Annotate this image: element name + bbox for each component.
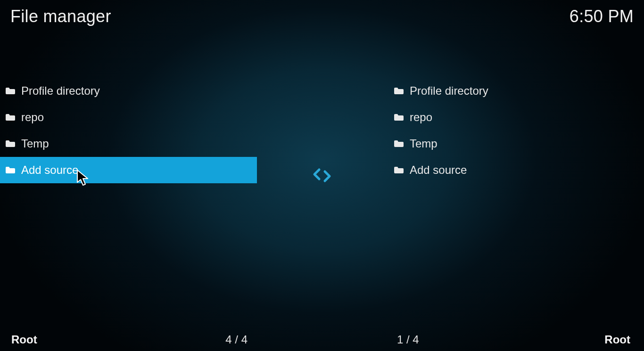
list-item[interactable]: Profile directory xyxy=(387,78,644,104)
list-item-add-source[interactable]: Add source xyxy=(0,157,257,183)
header-bar: File manager 6:50 PM xyxy=(0,7,644,26)
list-item-add-source[interactable]: Add source xyxy=(387,157,644,183)
left-location: Root xyxy=(11,333,37,346)
right-location: Root xyxy=(604,333,630,346)
folder-icon xyxy=(394,87,404,95)
list-item-label: Add source xyxy=(21,163,78,177)
folder-icon xyxy=(394,140,404,147)
folder-icon xyxy=(5,166,16,174)
list-item-label: Temp xyxy=(410,137,438,150)
list-item-label: repo xyxy=(410,111,432,124)
list-item[interactable]: Temp xyxy=(387,131,644,157)
folder-icon xyxy=(394,114,404,121)
list-item[interactable]: Temp xyxy=(0,131,257,157)
folder-icon xyxy=(5,140,16,147)
clock: 6:50 PM xyxy=(570,7,634,26)
list-item-label: Profile directory xyxy=(21,84,100,98)
list-item-label: Add source xyxy=(410,163,467,177)
list-item-label: Temp xyxy=(21,137,49,150)
right-panel: Profile directory repo Temp Add source xyxy=(387,78,644,183)
page-title: File manager xyxy=(10,7,111,26)
list-item[interactable]: repo xyxy=(0,104,257,131)
swap-panels-icon[interactable] xyxy=(311,167,333,184)
right-footer: 1 / 4 Root xyxy=(387,333,644,346)
left-counter: 4 / 4 xyxy=(225,333,248,346)
folder-icon xyxy=(5,114,16,121)
folder-icon xyxy=(394,166,404,174)
right-counter: 1 / 4 xyxy=(397,333,419,346)
list-item[interactable]: repo xyxy=(387,104,644,131)
list-item-label: Profile directory xyxy=(410,84,488,98)
folder-icon xyxy=(5,87,16,95)
left-panel: Profile directory repo Temp Add source xyxy=(0,78,257,183)
list-item[interactable]: Profile directory xyxy=(0,78,257,104)
list-item-label: repo xyxy=(21,111,44,124)
left-footer: Root 4 / 4 xyxy=(0,333,257,346)
